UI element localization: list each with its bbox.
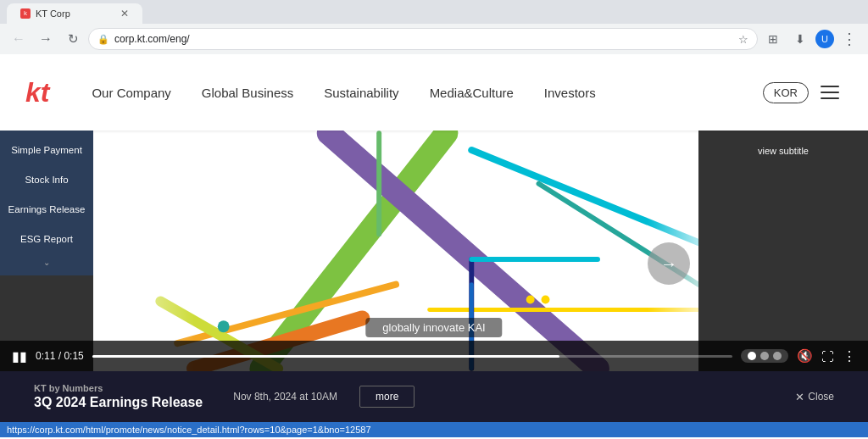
active-tab[interactable]: k KT Corp ✕ xyxy=(7,3,142,24)
hamburger-line-1 xyxy=(821,86,839,87)
back-button[interactable]: ← xyxy=(7,27,31,51)
dots-indicator xyxy=(741,349,788,363)
header-actions: KOR xyxy=(763,82,843,103)
extensions-button[interactable]: ⊞ xyxy=(761,27,785,51)
video-controls-bar: ▮▮ 0:11 / 0:15 🔇 ⛶ ⋮ xyxy=(0,341,868,371)
site-header: kt Our Company Global Business Sustainab… xyxy=(0,54,868,131)
tab-title: KT Corp xyxy=(36,8,70,19)
view-subtitle-label[interactable]: view subtitle xyxy=(758,146,809,156)
lock-icon: 🔒 xyxy=(97,34,109,45)
hamburger-line-2 xyxy=(821,92,839,93)
sidebar-item-simple-payment[interactable]: Simple Payment xyxy=(0,136,93,165)
kt-logo: kt xyxy=(25,77,49,108)
logo-wrap[interactable]: kt xyxy=(25,77,49,108)
svg-point-13 xyxy=(526,296,535,304)
nav-item-media-culture[interactable]: Media&Culture xyxy=(430,86,514,100)
notif-text-group: KT by Numbers 3Q 2024 Earnings Release xyxy=(34,383,203,410)
dot-2[interactable] xyxy=(760,352,769,360)
progress-bar[interactable] xyxy=(92,355,732,358)
pause-button[interactable]: ▮▮ xyxy=(12,348,27,364)
tab-favicon: k xyxy=(20,8,31,19)
status-url: https://corp.kt.com/html/promote/news/no… xyxy=(7,425,371,435)
star-icon[interactable]: ☆ xyxy=(738,33,748,46)
page-content: view subtitle kt Our Company Global Busi… xyxy=(0,54,868,422)
progress-fill xyxy=(92,355,559,358)
nav-item-investors[interactable]: Investors xyxy=(544,86,596,100)
menu-button[interactable]: ⋮ xyxy=(837,27,861,51)
dot-3[interactable] xyxy=(773,352,782,360)
notif-date: Nov 8th, 2024 at 10AM xyxy=(233,391,337,403)
next-slide-button[interactable]: → xyxy=(648,242,690,285)
mute-button[interactable]: 🔇 xyxy=(797,348,813,364)
notif-subtitle: 3Q 2024 Earnings Release xyxy=(34,395,203,410)
browser-toolbar: ← → ↻ 🔒 corp.kt.com/eng/ ☆ ⊞ ⬇ U ⋮ xyxy=(0,24,868,54)
svg-point-12 xyxy=(218,320,230,332)
more-button[interactable]: more xyxy=(359,386,415,408)
reload-button[interactable]: ↻ xyxy=(61,27,85,51)
close-label: Close xyxy=(808,391,834,403)
video-time: 0:11 / 0:15 xyxy=(36,350,84,362)
address-url: corp.kt.com/eng/ xyxy=(114,33,733,45)
subtitle-overlay: globally innovate KAI xyxy=(365,318,502,337)
nav-item-sustainability[interactable]: Sustainability xyxy=(324,86,398,100)
sidebar-item-stock-info[interactable]: Stock Info xyxy=(0,165,93,195)
fullscreen-button[interactable]: ⛶ xyxy=(821,349,834,364)
tab-close-icon[interactable]: ✕ xyxy=(120,8,129,19)
dot-1[interactable] xyxy=(748,352,756,360)
browser-tabs-bar: k KT Corp ✕ xyxy=(0,0,868,24)
browser-chrome: k KT Corp ✕ ← → ↻ 🔒 corp.kt.com/eng/ ☆ ⊞… xyxy=(0,0,868,54)
profile-avatar[interactable]: U xyxy=(815,30,834,48)
status-bar: https://corp.kt.com/html/promote/news/no… xyxy=(0,422,868,437)
sidebar-item-earnings-release[interactable]: Earnings Release xyxy=(0,195,93,225)
close-notification-button[interactable]: ✕ Close xyxy=(795,391,834,403)
address-bar[interactable]: 🔒 corp.kt.com/eng/ ☆ xyxy=(88,28,758,50)
sidebar-dropdown: Simple Payment Stock Info Earnings Relea… xyxy=(0,131,93,275)
close-x-icon: ✕ xyxy=(795,391,804,403)
nav-item-global-business[interactable]: Global Business xyxy=(202,86,293,100)
main-nav: Our Company Global Business Sustainabili… xyxy=(92,86,762,100)
hamburger-line-3 xyxy=(821,97,839,99)
black-right-panel: view subtitle xyxy=(698,131,868,371)
more-options-button[interactable]: ⋮ xyxy=(843,348,856,364)
svg-point-14 xyxy=(542,296,550,304)
total-time: 0:15 xyxy=(64,350,83,362)
notif-title: KT by Numbers xyxy=(34,383,203,393)
notification-bar: KT by Numbers 3Q 2024 Earnings Release N… xyxy=(0,371,868,422)
kor-button[interactable]: KOR xyxy=(763,82,809,103)
hamburger-button[interactable] xyxy=(817,82,843,103)
forward-button[interactable]: → xyxy=(34,27,58,51)
svg-line-4 xyxy=(471,150,698,242)
sidebar-more-indicator: ⌄ xyxy=(0,254,93,270)
sidebar-item-esg-report[interactable]: ESG Report xyxy=(0,225,93,254)
current-time: 0:11 xyxy=(36,350,55,362)
downloads-button[interactable]: ⬇ xyxy=(788,27,812,51)
nav-item-our-company[interactable]: Our Company xyxy=(92,86,170,100)
